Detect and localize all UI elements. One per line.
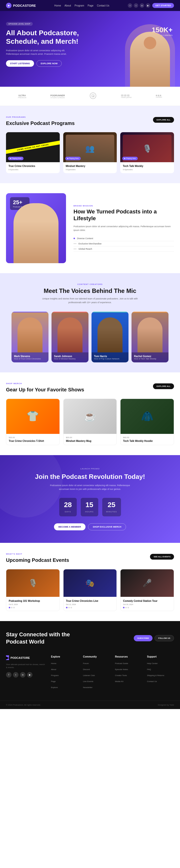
nav-right: f t in ▶ GET STARTED: [128, 3, 174, 8]
footer-credit: Designed by Twist: [158, 704, 174, 706]
shop-merch-button[interactable]: SHOP EXCLUSIVE MERCH: [88, 523, 126, 530]
footer-facebook-icon[interactable]: f: [6, 672, 11, 678]
navbar: ▶ PODCASTORE Home About Program Page Con…: [0, 0, 180, 11]
merch-info-3: $60.00 Tech Talk Weekly Hoodie: [120, 434, 174, 445]
footer-link-home[interactable]: Home: [51, 660, 78, 665]
footer-youtube-icon[interactable]: ▶: [27, 672, 32, 678]
footer-link-events[interactable]: Live Events: [83, 679, 110, 683]
footer-brand-desc: Your ultimate podcast hub for shows, mer…: [6, 663, 46, 669]
countdown-hours: 15 HOURS: [81, 498, 98, 516]
hero-description: Podcastore ipsum dolor sit amet consecte…: [6, 49, 76, 56]
play-badge-2: ▶ Playing Now: [65, 157, 81, 160]
facebook-icon[interactable]: f: [128, 3, 132, 8]
program-thumb-1: ▶ Playing Now: [6, 132, 60, 162]
event-card-3[interactable]: 🎤 Comedy Central Station Tour Oct 20, 20…: [120, 569, 174, 611]
host-photo-3: [91, 312, 128, 352]
become-member-button[interactable]: BECOME A MEMBER: [54, 523, 86, 530]
footer-link-forum[interactable]: Forum: [83, 660, 110, 665]
countdown-minutes: 25 MINUTES: [102, 498, 121, 516]
nav-links: Home About Program Page Contact Us: [54, 4, 109, 7]
feature-bullet-1: [73, 238, 75, 239]
host-card-4[interactable]: Rachel Gomez Host of Tech Talk Weekly: [131, 312, 169, 362]
footer-top: Stay Connected with the Podcast World SU…: [0, 621, 180, 701]
footer-top-buttons: SUBSCRIBE FOLLOW US: [134, 635, 174, 641]
footer-link-contact[interactable]: Contact Us: [147, 679, 174, 683]
footer-link-program[interactable]: Program: [51, 673, 78, 677]
footer-link-help[interactable]: Help Center: [147, 660, 174, 665]
countdown-days-label: DAYS: [65, 510, 71, 513]
lifestyle-person: [13, 203, 59, 263]
explore-now-button[interactable]: EXPLORE NOW: [36, 60, 62, 67]
program-card-2[interactable]: ▶ Playing Now Mindset Mastery 5 Episodes: [63, 132, 117, 173]
footer-brand-name: PODCASTORE: [10, 656, 30, 659]
merch-card-1[interactable]: 👕 $30.00 True Crime Chronicles T-Shirt: [6, 399, 60, 445]
instagram-icon[interactable]: in: [140, 3, 144, 8]
footer-link-about[interactable]: About: [51, 666, 78, 671]
nav-program[interactable]: Program: [74, 4, 84, 7]
host-info-3: Tom Harris Host of Pop Culture Network: [91, 352, 128, 362]
footer-link-tools[interactable]: Creator Tools: [115, 673, 142, 677]
svg-text:★: ★: [92, 95, 94, 97]
countdown-minutes-value: 25: [106, 501, 117, 509]
host-photo-4: [131, 312, 169, 352]
footer-instagram-icon[interactable]: in: [20, 672, 26, 678]
host-card-2[interactable]: Sarah Johnson Host of Mindset Mastery: [52, 312, 89, 362]
lifestyle-tag: BRAND MISSION: [73, 205, 174, 207]
program-name-1: True Crime Chronicles: [8, 165, 57, 167]
footer-link-shipping[interactable]: Shipping & Returns: [147, 673, 174, 677]
footer-link-notes[interactable]: Episode Notes: [115, 666, 142, 671]
event-dots-1: [9, 607, 57, 608]
brand-sub-4: media partner: [121, 96, 132, 98]
footer-link-page[interactable]: Page: [51, 679, 78, 683]
nav-page[interactable]: Page: [88, 4, 93, 7]
program-card-3[interactable]: ▶ Playing Now Tech Talk Weekly 5 Episode…: [120, 132, 174, 173]
lifestyle-section: 25+ Podcast Series BRAND MISSION How We …: [0, 183, 180, 273]
program-card-1[interactable]: ▶ Playing Now True Crime Chronicles 5 Ep…: [6, 132, 60, 173]
brand-3: ★: [89, 92, 97, 101]
programs-grid: ▶ Playing Now True Crime Chronicles 5 Ep…: [6, 132, 174, 173]
hero-badge: EPISODE LEVEL SHOP: [6, 22, 33, 26]
follow-button[interactable]: FOLLOW US: [154, 635, 174, 641]
youtube-icon[interactable]: ▶: [146, 3, 150, 8]
footer-link-discord[interactable]: Discord: [83, 666, 110, 671]
programs-explore-button[interactable]: EXPLORE ALL: [153, 117, 174, 123]
brand-sub-5: certified: [156, 96, 162, 98]
merch-card-2[interactable]: ☕ $20.00 Mindset Mastery Mug: [63, 399, 117, 445]
merch-thumb-2: ☕: [63, 399, 117, 434]
hosts-title: Meet The Voices Behind The Mic: [6, 287, 174, 294]
brand-5: certified: [156, 95, 162, 98]
cta-description: Podcastore ipsum dolor sit amet consecte…: [45, 484, 135, 491]
host-info-2: Sarah Johnson Host of Mindset Mastery: [52, 352, 89, 362]
nav-contact[interactable]: Contact Us: [97, 4, 109, 7]
merch-card-3[interactable]: 🧥 $60.00 Tech Talk Weekly Hoodie: [120, 399, 174, 445]
events-title: Upcoming Podcast Events: [6, 557, 69, 563]
get-started-button[interactable]: GET STARTED: [152, 3, 174, 8]
footer-link-explore[interactable]: Explore: [51, 685, 78, 689]
subscribe-button[interactable]: SUBSCRIBE: [134, 635, 152, 641]
merch-explore-button[interactable]: EXPLORE ALL: [153, 383, 174, 389]
footer-link-club[interactable]: Listener Club: [83, 673, 110, 677]
event-title-3: Comedy Central Station Tour: [123, 599, 171, 602]
footer-community-list: Forum Discord Listener Club Live Events …: [83, 660, 110, 689]
nav-about[interactable]: About: [64, 4, 71, 7]
nav-logo[interactable]: ▶ PODCASTORE: [6, 3, 36, 8]
merch-icon-1: 👕: [27, 410, 39, 422]
event-card-1[interactable]: 🎙️ Podcasting 101 Workshop Oct 5, 2024: [6, 569, 60, 611]
host-card-3[interactable]: Tom Harris Host of Pop Culture Network: [91, 312, 128, 362]
host-role-3: Host of Pop Culture Network: [94, 358, 126, 360]
nav-socials: f t in ▶: [128, 3, 150, 8]
start-listening-button[interactable]: START LISTENING: [6, 60, 34, 67]
event-card-2[interactable]: 🎭 True Crime Chronicles Live Oct 12, 202…: [63, 569, 117, 611]
footer-link-mediakit[interactable]: Media Kit: [115, 679, 142, 683]
footer-link-newsletter[interactable]: Newsletter: [83, 685, 110, 689]
footer-twitter-icon[interactable]: t: [13, 672, 19, 678]
events-see-all-button[interactable]: SEE ALL EVENTS: [150, 554, 174, 560]
host-card-1[interactable]: Mark Stevens Host of True Crime Chronicl…: [11, 312, 49, 362]
footer-link-guide[interactable]: Podcast Guide: [115, 660, 142, 665]
cta-section: LAUNCH PROMO Join the Podcast Revolution…: [0, 455, 180, 543]
programs-title: Exclusive Podcast Programs: [6, 120, 75, 126]
footer-link-faq[interactable]: FAQ: [147, 666, 174, 671]
nav-home[interactable]: Home: [54, 4, 61, 7]
feature-label-3: Global Reach: [79, 248, 92, 250]
twitter-icon[interactable]: t: [134, 3, 138, 8]
